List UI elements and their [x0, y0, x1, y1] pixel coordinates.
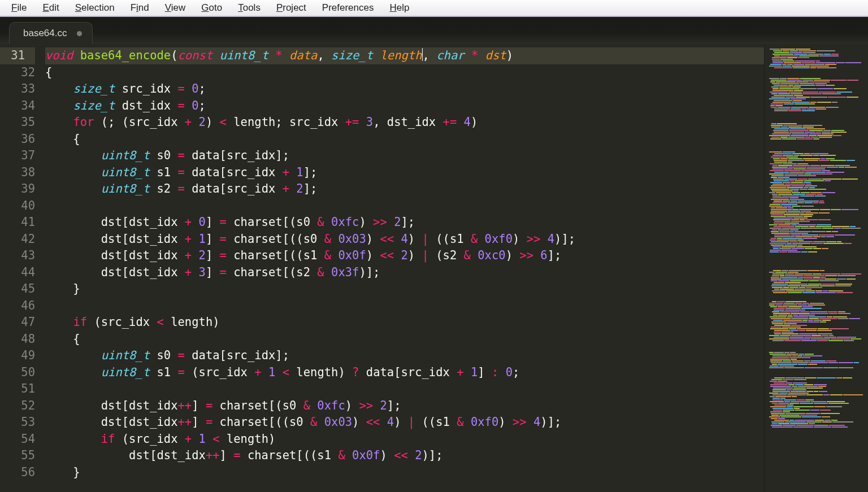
line-number: 33	[0, 81, 35, 98]
code-line[interactable]: dst[dst_idx + 2] = charset[((s1 & 0x0f) …	[45, 247, 764, 264]
line-number: 56	[0, 464, 35, 481]
menu-help[interactable]: Help	[381, 1, 417, 15]
code-line[interactable]: uint8_t s2 = data[src_idx + 2];	[45, 181, 764, 198]
code-line[interactable]: {	[45, 64, 764, 81]
menu-project[interactable]: Project	[268, 1, 314, 15]
code-line[interactable]: dst[dst_idx++] = charset[((s1 & 0x0f) <<…	[45, 447, 764, 464]
tab-bar: base64.cc	[0, 17, 868, 44]
line-number-gutter: 3132333435363738394041424344454647484950…	[0, 47, 45, 492]
line-number: 50	[0, 364, 35, 381]
menubar: FileEditSelectionFindViewGotoToolsProjec…	[0, 0, 868, 17]
minimap[interactable]	[764, 44, 868, 492]
code-line[interactable]: dst[dst_idx + 1] = charset[((s0 & 0x03) …	[45, 231, 764, 248]
code-line[interactable]: dst[dst_idx + 0] = charset[(s0 & 0xfc) >…	[45, 214, 764, 231]
line-number: 46	[0, 298, 35, 315]
line-number: 44	[0, 264, 35, 281]
line-number: 40	[0, 198, 35, 215]
line-number: 42	[0, 231, 35, 248]
code-line[interactable]: {	[45, 331, 764, 348]
code-line[interactable]: if (src_idx < length)	[45, 314, 764, 331]
line-number: 43	[0, 247, 35, 264]
code-area[interactable]: 3132333435363738394041424344454647484950…	[0, 44, 764, 492]
line-number: 35	[0, 114, 35, 131]
code-line[interactable]: void base64_encode(const uint8_t * data,…	[45, 47, 764, 64]
line-number: 34	[0, 98, 35, 115]
code-line[interactable]: uint8_t s1 = data[src_idx + 1];	[45, 164, 764, 181]
line-number: 52	[0, 398, 35, 415]
code-line[interactable]: uint8_t s0 = data[src_idx];	[45, 147, 764, 164]
code-line[interactable]: }	[45, 281, 764, 298]
line-number: 54	[0, 431, 35, 448]
code-line[interactable]	[45, 298, 764, 315]
line-number: 49	[0, 347, 35, 364]
line-number: 51	[0, 381, 35, 398]
menu-selection[interactable]: Selection	[67, 1, 123, 15]
code-line[interactable]: size_t dst_idx = 0;	[45, 98, 764, 115]
line-number: 48	[0, 331, 35, 348]
menu-view[interactable]: View	[157, 1, 194, 15]
code-line[interactable]: for (; (src_idx + 2) < length; src_idx +…	[45, 114, 764, 131]
line-number: 39	[0, 181, 35, 198]
code-line[interactable]: dst[dst_idx++] = charset[((s0 & 0x03) <<…	[45, 414, 764, 431]
dirty-indicator-icon	[77, 31, 82, 36]
code-line[interactable]: }	[45, 464, 764, 481]
tab-filename: base64.cc	[23, 28, 67, 39]
editor: 3132333435363738394041424344454647484950…	[0, 44, 868, 492]
line-number: 32	[0, 64, 35, 81]
menu-preferences[interactable]: Preferences	[314, 1, 382, 15]
code-line[interactable]: uint8_t s1 = (src_idx + 1 < length) ? da…	[45, 364, 764, 381]
menu-file[interactable]: File	[3, 1, 34, 15]
line-number: 55	[0, 447, 35, 464]
line-number: 31	[0, 47, 35, 64]
menu-tools[interactable]: Tools	[230, 1, 268, 15]
code-column[interactable]: void base64_encode(const uint8_t * data,…	[45, 47, 764, 492]
menu-goto[interactable]: Goto	[193, 1, 230, 15]
code-line[interactable]	[45, 198, 764, 215]
code-line[interactable]	[45, 381, 764, 398]
line-number: 47	[0, 314, 35, 331]
code-line[interactable]: dst[dst_idx + 3] = charset[(s2 & 0x3f)];	[45, 264, 764, 281]
menu-edit[interactable]: Edit	[34, 1, 67, 15]
code-line[interactable]: {	[45, 131, 764, 148]
code-line[interactable]: dst[dst_idx++] = charset[(s0 & 0xfc) >> …	[45, 398, 764, 415]
menu-find[interactable]: Find	[123, 1, 157, 15]
line-number: 45	[0, 281, 35, 298]
line-number: 41	[0, 214, 35, 231]
line-number: 38	[0, 164, 35, 181]
line-number: 36	[0, 131, 35, 148]
code-line[interactable]: size_t src_idx = 0;	[45, 81, 764, 98]
code-line[interactable]: uint8_t s0 = data[src_idx];	[45, 347, 764, 364]
line-number: 53	[0, 414, 35, 431]
tab-active[interactable]: base64.cc	[9, 22, 93, 44]
code-line[interactable]: if (src_idx + 1 < length)	[45, 431, 764, 448]
line-number: 37	[0, 147, 35, 164]
